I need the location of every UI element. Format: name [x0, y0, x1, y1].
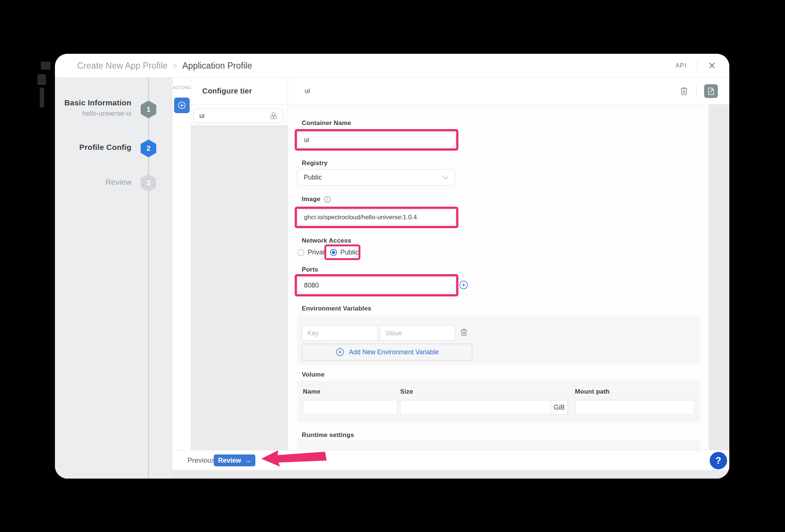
- trash-icon: [459, 328, 468, 337]
- review-button[interactable]: Review →: [214, 454, 255, 466]
- edit-manifest-button[interactable]: [704, 84, 718, 98]
- header-divider: [697, 60, 697, 71]
- trash-icon: [679, 86, 689, 96]
- volume-panel: Name Size GiB Mount path: [297, 381, 700, 422]
- image-highlight: [295, 207, 458, 228]
- create-app-profile-modal: Create New App Profile > Application Pro…: [55, 54, 729, 479]
- volume-label: Volume: [302, 371, 324, 378]
- chevron-down-icon: [442, 175, 449, 180]
- add-env-var-button[interactable]: Add New Environment Variable: [302, 344, 472, 361]
- tier-title: ui: [305, 78, 310, 105]
- breadcrumb-separator: >: [173, 62, 177, 70]
- radio-public[interactable]: Public: [330, 249, 359, 256]
- header-actions: API ✕: [676, 54, 716, 78]
- radio-public-label: Public: [340, 249, 359, 256]
- env-key-input[interactable]: [302, 325, 378, 341]
- tier-name: ui: [199, 112, 269, 120]
- volume-size-input[interactable]: [400, 400, 551, 415]
- page-title: Application Profile: [182, 61, 252, 71]
- background-artifact: [40, 88, 44, 108]
- ports-highlight: [295, 274, 458, 296]
- env-vars-label: Environment Variables: [302, 305, 372, 312]
- runtime-settings-label: Runtime settings: [302, 431, 354, 439]
- registry-label: Registry: [302, 160, 328, 167]
- wizard-footer: Previous Review →: [173, 450, 729, 470]
- api-button[interactable]: API: [676, 62, 687, 69]
- help-question-glyph: ?: [716, 455, 721, 466]
- review-button-label: Review: [218, 457, 241, 464]
- size-unit-badge: GiB: [551, 400, 568, 415]
- image-input[interactable]: [298, 210, 455, 225]
- volume-name-input[interactable]: [303, 400, 398, 415]
- registry-value: Public: [304, 174, 322, 181]
- step-badge-1: 1: [141, 101, 156, 118]
- background-artifact: [41, 62, 50, 70]
- actions-label: ACTIONS: [173, 86, 191, 90]
- ports-input[interactable]: [298, 277, 455, 293]
- env-vars-panel: Add New Environment Variable: [297, 315, 700, 365]
- container-name-highlight: [295, 129, 458, 151]
- step-title: Basic Information: [55, 98, 131, 107]
- env-value-input[interactable]: [380, 325, 455, 341]
- step-badge-3: 3: [141, 174, 156, 192]
- step-subtitle: hello-universe-ui: [55, 110, 131, 118]
- breadcrumb: Create New App Profile > Application Pro…: [77, 54, 252, 78]
- add-env-var-label: Add New Environment Variable: [349, 348, 439, 356]
- info-icon[interactable]: [324, 196, 331, 203]
- public-highlight: Public: [324, 244, 360, 260]
- delete-env-row-button[interactable]: [459, 328, 468, 337]
- ports-label: Ports: [302, 266, 318, 273]
- delete-tier-icon[interactable]: [679, 86, 689, 96]
- form-scroll-gutter[interactable]: [709, 105, 729, 450]
- actions-column: [173, 78, 191, 450]
- volume-size-label: Size: [400, 388, 413, 395]
- step-number: 2: [147, 144, 151, 152]
- tier-column: Configure tier ui: [191, 78, 288, 450]
- network-access-label: Network Access: [302, 237, 351, 244]
- circle-plus-icon: [336, 348, 344, 357]
- close-icon[interactable]: ✕: [708, 61, 716, 70]
- step-number: 1: [147, 105, 151, 114]
- tier-list-background: [191, 125, 288, 450]
- mount-path-input[interactable]: [575, 400, 694, 415]
- form-header: ui: [288, 78, 729, 105]
- form-header-icons: [679, 78, 718, 105]
- stepper-sidebar: Basic Information hello-universe-ui 1 Pr…: [55, 78, 173, 479]
- tier-config-form: ui: [288, 78, 729, 450]
- previous-button[interactable]: Previous: [187, 450, 215, 470]
- radio-private-circle[interactable]: [297, 249, 304, 256]
- container-name-input[interactable]: [298, 132, 455, 148]
- screenshot-background: Create New App Profile > Application Pro…: [0, 0, 785, 532]
- modal-header: Create New App Profile > Application Pro…: [55, 54, 729, 78]
- add-tier-button[interactable]: [174, 98, 190, 113]
- icons-divider: [696, 85, 697, 98]
- step-badge-2: 2: [141, 139, 156, 157]
- circle-plus-icon: [177, 101, 186, 110]
- breadcrumb-parent: Create New App Profile: [77, 61, 167, 71]
- tier-card-ui[interactable]: ui: [193, 109, 283, 123]
- help-button[interactable]: ?: [710, 452, 727, 469]
- container-cubes-icon: [269, 111, 278, 121]
- arrow-right-icon: →: [245, 457, 251, 464]
- modal-body: Basic Information hello-universe-ui 1 Pr…: [55, 78, 729, 479]
- circle-plus-icon: [459, 280, 468, 290]
- registry-select[interactable]: Public: [297, 169, 455, 186]
- step-title: Profile Config: [55, 143, 131, 152]
- add-port-button[interactable]: [459, 280, 468, 290]
- radio-private[interactable]: Private: [297, 249, 328, 256]
- image-label-row: Image: [302, 196, 331, 203]
- mount-path-label: Mount path: [575, 388, 610, 395]
- container-name-label: Container Name: [302, 119, 351, 127]
- radio-public-circle[interactable]: [330, 249, 337, 256]
- footer-bottom-strip: [173, 470, 729, 479]
- step-basic-information[interactable]: Basic Information hello-universe-ui: [55, 98, 131, 118]
- image-label: Image: [302, 196, 320, 203]
- annotation-arrow: [259, 447, 328, 469]
- tier-panel-title: Configure tier: [191, 78, 288, 105]
- volume-name-label: Name: [303, 388, 320, 395]
- step-review[interactable]: Review: [55, 178, 131, 187]
- step-number: 3: [147, 179, 151, 187]
- background-artifact: [37, 74, 46, 85]
- step-profile-config[interactable]: Profile Config: [55, 143, 131, 152]
- stepper-line: [148, 78, 149, 479]
